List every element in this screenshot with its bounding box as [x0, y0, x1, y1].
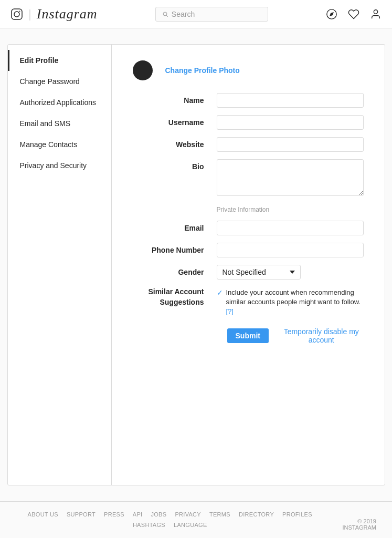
sidebar: Edit Profile Change Password Authorized … — [8, 45, 112, 485]
website-row: Website — [133, 137, 364, 152]
username-input[interactable] — [217, 115, 364, 130]
suggestions-label: Similar Account Suggestions — [133, 287, 217, 307]
name-row: Name — [133, 93, 364, 108]
private-info-spacer — [133, 205, 217, 213]
username-field-wrapper — [217, 115, 364, 130]
heart-icon[interactable] — [348, 8, 359, 20]
footer-link-about[interactable]: ABOUT US — [28, 511, 58, 518]
instagram-logo-icon — [10, 8, 23, 20]
header-left: | Instagram — [10, 6, 98, 22]
private-info-section: Private Information — [133, 205, 364, 213]
footer-link-directory[interactable]: DIRECTORY — [239, 511, 274, 518]
sidebar-item-privacy-security[interactable]: Privacy and Security — [8, 155, 111, 176]
website-field-wrapper — [217, 137, 364, 152]
svg-rect-0 — [12, 9, 22, 19]
profile-icon[interactable] — [370, 8, 382, 20]
email-input[interactable] — [217, 221, 364, 235]
explore-icon[interactable] — [326, 8, 337, 20]
phone-input[interactable] — [217, 243, 364, 257]
footer: ABOUT US SUPPORT PRESS API JOBS PRIVACY … — [0, 501, 392, 538]
footer-link-profiles[interactable]: PROFILES — [282, 511, 312, 518]
sidebar-item-change-password[interactable]: Change Password — [8, 71, 111, 92]
footer-link-api[interactable]: API — [133, 511, 143, 518]
gender-row: Gender Not Specified Male Female Custom — [133, 265, 364, 280]
svg-point-2 — [19, 11, 20, 12]
website-input[interactable] — [217, 137, 364, 152]
header-divider: | — [28, 7, 31, 21]
gender-label: Gender — [133, 265, 217, 276]
instagram-wordmark: Instagram — [37, 6, 98, 22]
footer-link-language[interactable]: LANGUAGE — [174, 522, 207, 528]
email-label: Email — [133, 221, 217, 232]
suggestions-description: Include your account when recommending s… — [226, 288, 364, 317]
search-icon — [162, 11, 168, 17]
email-row: Email — [133, 221, 364, 235]
disable-account-link[interactable]: Temporarily disable my account — [279, 327, 364, 344]
email-field-wrapper — [217, 221, 364, 235]
phone-field-wrapper — [217, 243, 364, 257]
footer-copyright: © 2019 INSTAGRAM — [329, 518, 382, 531]
website-label: Website — [133, 137, 217, 149]
username-row: Username — [133, 115, 364, 130]
search-input[interactable] — [172, 10, 261, 18]
sidebar-item-email-sms[interactable]: Email and SMS — [8, 113, 111, 134]
search-bar[interactable] — [155, 7, 268, 22]
footer-links: ABOUT US SUPPORT PRESS API JOBS PRIVACY … — [10, 511, 329, 528]
name-label: Name — [133, 93, 217, 105]
submit-row: Submit Temporarily disable my account — [133, 327, 364, 344]
svg-point-1 — [14, 12, 19, 17]
footer-link-hashtags[interactable]: HASHTAGS — [133, 522, 165, 528]
footer-link-support[interactable]: SUPPORT — [67, 511, 96, 518]
footer-link-privacy[interactable]: PRIVACY — [175, 511, 201, 518]
svg-point-3 — [163, 12, 167, 16]
private-info-label: Private Information — [217, 205, 270, 213]
profile-photo-section: Change Profile Photo — [133, 60, 364, 80]
main-container: Edit Profile Change Password Authorized … — [7, 44, 385, 485]
suggestions-checkbox-wrapper[interactable]: ✓ Include your account when recommending… — [217, 288, 364, 317]
change-photo-button[interactable]: Change Profile Photo — [165, 66, 240, 75]
phone-label: Phone Number — [133, 243, 217, 254]
gender-select[interactable]: Not Specified Male Female Custom — [217, 265, 301, 280]
bio-field-wrapper — [217, 159, 364, 198]
svg-line-4 — [166, 15, 168, 17]
svg-marker-6 — [330, 12, 334, 16]
suggestions-help-link[interactable]: [?] — [226, 307, 234, 315]
bio-label: Bio — [133, 159, 217, 171]
sidebar-item-manage-contacts[interactable]: Manage Contacts — [8, 134, 111, 155]
name-input[interactable] — [217, 93, 364, 108]
footer-link-press[interactable]: PRESS — [104, 511, 124, 518]
checkmark-icon: ✓ — [217, 288, 223, 297]
bio-row: Bio — [133, 159, 364, 198]
bio-input[interactable] — [217, 159, 364, 196]
avatar — [133, 60, 153, 80]
footer-bottom: ABOUT US SUPPORT PRESS API JOBS PRIVACY … — [10, 511, 382, 533]
footer-link-terms[interactable]: TERMS — [209, 511, 230, 518]
phone-row: Phone Number — [133, 243, 364, 257]
name-field-wrapper — [217, 93, 364, 108]
gender-field-wrapper: Not Specified Male Female Custom — [217, 265, 364, 280]
footer-link-jobs[interactable]: JOBS — [151, 511, 166, 518]
suggestions-row: Similar Account Suggestions ✓ Include yo… — [133, 287, 364, 317]
suggestions-content: ✓ Include your account when recommending… — [217, 287, 364, 317]
edit-profile-content: Change Profile Photo Name Username Websi… — [112, 45, 385, 485]
submit-button[interactable]: Submit — [227, 328, 269, 343]
username-label: Username — [133, 115, 217, 127]
header: | Instagram — [0, 0, 392, 28]
sidebar-item-edit-profile[interactable]: Edit Profile — [8, 50, 111, 71]
header-icons — [326, 8, 382, 20]
sidebar-item-authorized-apps[interactable]: Authorized Applications — [8, 92, 111, 113]
svg-point-7 — [374, 9, 377, 13]
